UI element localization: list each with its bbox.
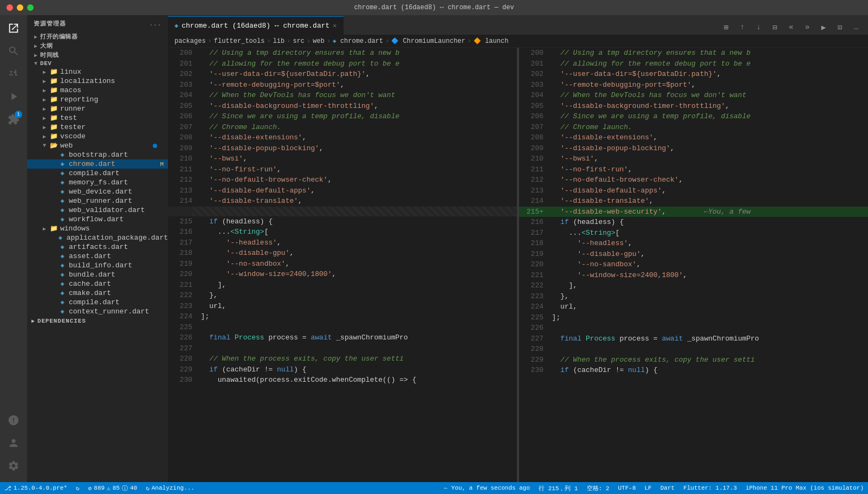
sidebar-item-context-runner-dart[interactable]: ▶ ◈ context_runner.dart (27, 307, 168, 316)
diff-next-button[interactable]: » (800, 20, 815, 35)
table-row: 211 '--no-first-run', (168, 164, 517, 175)
tab-chrome-dart[interactable]: ◈ chrome.dart (16daed8) ↔ chrome.dart ✕ (168, 16, 344, 35)
table-row: 217 ...<String>[ (519, 228, 868, 239)
sidebar-item-timeline[interactable]: ▶ 时间线 (27, 50, 168, 60)
settings-activity-icon[interactable] (3, 455, 24, 477)
diff-prev-button[interactable]: « (783, 20, 799, 35)
status-analyzing[interactable]: ↻ Analyzing... (141, 482, 199, 494)
sidebar-item-web-validator-dart[interactable]: ▶ ◈ web_validator.dart (27, 206, 168, 215)
table-row: 214 '--disable-translate', (519, 196, 868, 207)
status-problems[interactable]: ⊘ 889 ⚠ 85 ⓘ 40 (84, 482, 141, 494)
table-row: 219 '--disable-gpu', (519, 249, 868, 260)
more-actions-button[interactable]: ▶ (816, 20, 831, 35)
scm-activity-icon[interactable] (3, 63, 24, 85)
move-editor-down-button[interactable]: ↓ (751, 20, 766, 35)
table-row: 226 (519, 323, 868, 333)
status-indent[interactable]: 空格: 2 (582, 482, 614, 494)
sidebar-item-localizations[interactable]: ▶ 📁 localizations (27, 76, 168, 86)
error-count: 889 (94, 485, 105, 491)
sidebar-item-cache-dart[interactable]: ▶ ◈ cache.dart (27, 279, 168, 288)
close-button[interactable] (7, 4, 13, 11)
table-row: 221 '--window-size=2400,1800', (519, 270, 868, 281)
explorer-activity-icon[interactable] (3, 17, 24, 39)
sidebar-item-compile-dart-web[interactable]: ▶ ◈ compile.dart (27, 169, 168, 178)
split-editor-button[interactable]: ⊞ (718, 20, 734, 35)
table-row: 210 '--bwsi', (168, 153, 517, 164)
sidebar-item-test[interactable]: ▶ 📁 test (27, 113, 168, 123)
account-activity-icon[interactable] (3, 432, 24, 454)
toggle-diff-button[interactable]: ⊟ (767, 20, 782, 35)
status-eol[interactable]: LF (640, 482, 656, 494)
sidebar-item-open-editors[interactable]: ▶ 打开的编辑器 (27, 32, 168, 41)
sidebar-item-memory-fs-dart[interactable]: ▶ ◈ memory_fs.dart (27, 178, 168, 187)
split-pane-button[interactable]: ⊡ (832, 20, 847, 35)
status-branch[interactable]: ⎇ 1.25.0-4.0.pre* (0, 482, 72, 494)
bc-src[interactable]: src (293, 37, 305, 45)
sidebar-item-application-package-dart[interactable]: ▶ ◈ application_package.dart (27, 233, 168, 242)
table-row: 200 // Using a tmp directory ensures tha… (519, 48, 868, 59)
problems-activity-icon[interactable] (3, 409, 24, 431)
tab-label: chrome.dart (16daed8) ↔ chrome.dart (182, 22, 329, 30)
table-row: 228 (519, 344, 868, 355)
status-language[interactable]: Dart (656, 482, 679, 494)
maximize-button[interactable] (27, 4, 34, 11)
status-sync[interactable]: ↻ (72, 482, 84, 494)
sidebar-item-bundle-dart[interactable]: ▶ ◈ bundle.dart (27, 270, 168, 279)
table-row: 226 final Process process = await _spawn… (168, 332, 517, 343)
bc-lib[interactable]: lib (273, 37, 285, 45)
sidebar-item-build-info-dart[interactable]: ▶ ◈ build_info.dart (27, 261, 168, 270)
sidebar-item-artifacts-dart[interactable]: ▶ ◈ artifacts.dart (27, 242, 168, 252)
bc-flutter-tools[interactable]: flutter_tools (214, 37, 265, 45)
table-row: 225 ]; (519, 312, 868, 323)
table-row: 222 ], (519, 280, 868, 291)
git-blame-text: ← You, a few seconds ago (444, 485, 530, 491)
run-activity-icon[interactable] (3, 86, 24, 107)
sidebar-item-dependencies[interactable]: ▶ DEPENDENCIES (27, 316, 168, 326)
extensions-activity-icon[interactable]: 1 (3, 108, 24, 130)
table-row: 215 if (headless) { (168, 216, 517, 227)
sidebar-item-chrome-dart[interactable]: ▶ ◈ chrome.dart M (27, 159, 168, 169)
bc-chromium-launcher[interactable]: 🔷 ChromiumLauncher (391, 37, 465, 45)
sidebar-item-workflow-dart[interactable]: ▶ ◈ workflow.dart (27, 215, 168, 224)
sidebar-item-windows[interactable]: ▶ 📁 windows (27, 224, 168, 233)
status-flutter-version[interactable]: Flutter: 1.17.3 (679, 482, 741, 494)
status-cursor-position[interactable]: 行 215，列 1 (534, 482, 582, 494)
table-row: 222 }, (168, 290, 517, 301)
table-row: 209 '--disable-popup-blocking', (168, 143, 517, 154)
errors-icon: ⊘ (88, 485, 92, 492)
sidebar-item-vscode[interactable]: ▶ 📁 vscode (27, 132, 168, 141)
sidebar-item-tester[interactable]: ▶ 📁 tester (27, 123, 168, 132)
sidebar-item-runner[interactable]: ▶ 📁 runner (27, 104, 168, 113)
sidebar-item-bootstrap-dart[interactable]: ▶ ◈ bootstrap.dart (27, 150, 168, 159)
bc-launch[interactable]: 🔶 launch (474, 37, 508, 45)
sidebar-item-macos[interactable]: ▶ 📁 macos (27, 86, 168, 95)
status-encoding[interactable]: UTF-8 (614, 482, 640, 494)
search-activity-icon[interactable] (3, 40, 24, 62)
bc-packages[interactable]: packages (174, 37, 206, 45)
editors-container: 200 // Using a tmp directory ensures tha… (168, 48, 868, 482)
sidebar-item-asset-dart[interactable]: ▶ ◈ asset.dart (27, 252, 168, 261)
bc-chrome-dart[interactable]: ◈ chrome.dart (333, 37, 383, 45)
sidebar-item-compile-dart[interactable]: ▶ ◈ compile.dart (27, 298, 168, 307)
sidebar-item-web-runner-dart[interactable]: ▶ ◈ web_runner.dart (27, 196, 168, 206)
sidebar-more-button[interactable]: ... (150, 21, 161, 27)
status-git-blame[interactable]: ← You, a few seconds ago (440, 482, 534, 494)
sidebar-item-reporting[interactable]: ▶ 📁 reporting (27, 95, 168, 104)
status-device[interactable]: iPhone 11 Pro Max (ios simulator) (741, 482, 868, 494)
overflow-button[interactable]: … (848, 20, 864, 35)
bc-web[interactable]: web (313, 37, 325, 45)
tab-close-button[interactable]: ✕ (333, 22, 336, 30)
left-code-table: 200 // Using a tmp directory ensures tha… (168, 48, 517, 386)
left-code-area[interactable]: 200 // Using a tmp directory ensures tha… (168, 48, 517, 482)
sidebar-item-dev[interactable]: ▼ DEV (27, 60, 168, 67)
sidebar-item-web[interactable]: ▼ 📂 web (27, 141, 168, 150)
sidebar-item-cmake-dart[interactable]: ▶ ◈ cmake.dart (27, 288, 168, 298)
analyzing-icon: ↻ (146, 485, 150, 492)
sidebar-item-outline[interactable]: ▶ 大纲 (27, 41, 168, 50)
table-row: 223 url, (168, 301, 517, 312)
move-editor-up-button[interactable]: ↑ (735, 20, 750, 35)
sidebar-item-linux[interactable]: ▶ 📁 linux (27, 67, 168, 76)
sidebar-item-web-device-dart[interactable]: ▶ ◈ web_device.dart (27, 187, 168, 196)
minimize-button[interactable] (17, 4, 23, 11)
right-code-area[interactable]: 200 // Using a tmp directory ensures tha… (519, 48, 868, 482)
